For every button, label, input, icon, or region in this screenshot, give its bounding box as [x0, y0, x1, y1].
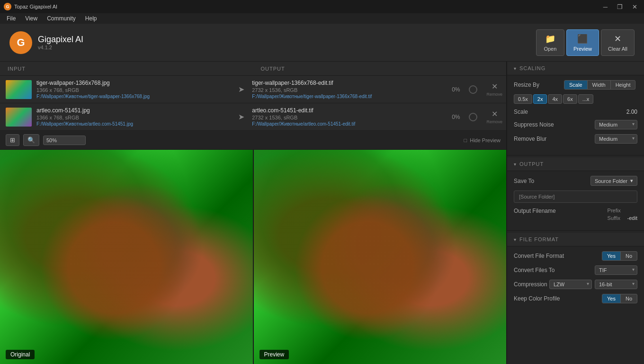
resize-width-btn[interactable]: Width: [587, 81, 610, 89]
output-column-header: OUTPUT: [253, 66, 507, 72]
remove-label: Remove: [487, 92, 503, 97]
prefix-row: Prefix: [608, 208, 637, 213]
file-format-label: FILE FORMAT: [519, 237, 559, 242]
logo-text: Gigapixel AI v4.1.2: [38, 35, 83, 50]
remove-file-button[interactable]: ✕ Remove: [483, 80, 507, 99]
arrow-separator: ➤: [236, 85, 246, 94]
butterfly-detail: [0, 150, 253, 364]
input-file-path: F:/Wallpaper/Животные/tiger-wallpaper-13…: [36, 94, 231, 99]
title-bar-controls: ─ ❐ ✕: [600, 2, 640, 11]
scale-custom-btn[interactable]: ...x: [578, 94, 594, 104]
preview-pane: Preview: [254, 150, 507, 364]
menu-view[interactable]: View: [20, 14, 42, 23]
output-section-header[interactable]: ▾ OUTPUT: [507, 157, 644, 171]
preview-label: Preview: [573, 46, 592, 52]
output-section-content: Save To Source Folder ▾ [Source Folder] …: [507, 171, 644, 228]
left-panel: INPUT OUTPUT tiger-wallpaper-1366x768.jp…: [0, 62, 507, 364]
open-icon: 📁: [545, 34, 555, 44]
scale-options-group: 0.5x 2x 4x 6x ...x: [514, 94, 593, 104]
app-logo-icon: G: [9, 31, 32, 54]
table-row[interactable]: tiger-wallpaper-1366x768.jpg 1366 x 768,…: [0, 76, 506, 103]
file-format-chevron: ▾: [514, 237, 517, 242]
suppress-noise-select[interactable]: Low Medium High: [595, 120, 637, 129]
title-bar: G Topaz Gigapixel AI ─ ❐ ✕: [0, 0, 644, 13]
hide-preview-toggle[interactable]: □ Hide Preview: [464, 137, 501, 143]
resize-scale-btn[interactable]: Scale: [564, 81, 587, 89]
prefix-label: Prefix: [608, 208, 625, 213]
convert-yes-btn[interactable]: Yes: [602, 252, 620, 260]
chevron-down-icon: ▾: [630, 178, 633, 184]
scale-value: 2.00: [626, 109, 637, 115]
remove-blur-wrapper: Low Medium High: [595, 134, 637, 144]
scale-4x-btn[interactable]: 4x: [548, 94, 562, 104]
keep-color-no-btn[interactable]: No: [620, 294, 637, 303]
scale-value-label: Scale: [514, 109, 626, 115]
open-label: Open: [544, 46, 556, 52]
close-button[interactable]: ✕: [629, 2, 640, 11]
suppress-noise-label: Suppress Noise: [514, 121, 595, 128]
scaling-section-header[interactable]: ▾ SCALING: [507, 62, 644, 75]
table-row[interactable]: artleo.com-51451.jpg 1366 x 768, sRGB F:…: [0, 103, 506, 131]
convert-file-format-label: Convert File Format: [514, 253, 599, 259]
scale-value-row: Scale 2.00: [514, 109, 637, 115]
maximize-button[interactable]: ❐: [614, 2, 626, 11]
suppress-noise-wrapper: Low Medium High: [595, 120, 637, 129]
remove-label: Remove: [487, 119, 503, 124]
bit-depth-select[interactable]: 8-bit 16-bit: [595, 280, 637, 289]
resize-by-group: Scale Width Height: [564, 80, 635, 90]
save-to-dropdown[interactable]: Source Folder ▾: [590, 176, 637, 186]
scaling-section-content: Resize By Scale Width Height 0.5x 2x 4x …: [507, 75, 644, 153]
file-list: tiger-wallpaper-1366x768.jpg 1366 x 768,…: [0, 76, 506, 131]
output-file-name: artleo.com-51451-edit.tif: [252, 107, 447, 114]
compression-type-select[interactable]: None LZW ZIP: [549, 280, 592, 289]
suffix-label: Suffix: [608, 215, 625, 221]
progress-circle: [469, 85, 477, 94]
file-list-header: INPUT OUTPUT: [0, 62, 506, 76]
file-thumbnail: [6, 80, 32, 99]
preview-label: Preview: [259, 350, 289, 359]
source-folder-box: [Source Folder]: [514, 191, 637, 203]
fit-view-button[interactable]: ⊞: [6, 134, 19, 146]
convert-to-select[interactable]: JPG TIF PNG: [595, 265, 637, 275]
keep-color-yes-btn[interactable]: Yes: [602, 294, 620, 303]
zoom-button[interactable]: 🔍: [23, 134, 39, 146]
keep-color-profile-label: Keep Color Profile: [514, 295, 602, 302]
scale-2x-btn[interactable]: 2x: [533, 94, 547, 104]
preview-images-area: Original Preview: [0, 150, 506, 364]
keep-color-profile-row: Keep Color Profile Yes No: [514, 294, 637, 303]
remove-file-button[interactable]: ✕ Remove: [483, 108, 507, 126]
toolbar-buttons: 📁 Open ⬛ Preview ✕ Clear All: [536, 29, 635, 56]
file-format-section-content: Convert File Format Yes No Convert Files…: [507, 246, 644, 313]
keep-color-toggle: Yes No: [602, 294, 637, 303]
output-file-path: F:/Wallpaper/Животные/tiger-wallpaper-13…: [252, 94, 447, 99]
preview-button[interactable]: ⬛ Preview: [566, 29, 599, 56]
open-button[interactable]: 📁 Open: [536, 29, 564, 56]
output-percent: 0%: [452, 86, 460, 93]
file-input-info: tiger-wallpaper-1366x768.jpg 1366 x 768,…: [0, 80, 236, 99]
compression-dropdowns: None LZW ZIP 8-bit 16-bit: [549, 280, 637, 289]
filename-fields: Prefix Suffix -edit: [608, 208, 637, 221]
scale-options-row: 0.5x 2x 4x 6x ...x: [514, 94, 637, 104]
file-format-section-header[interactable]: ▾ FILE FORMAT: [507, 233, 644, 246]
scale-6x-btn[interactable]: 6x: [563, 94, 577, 104]
clear-icon: ✕: [614, 34, 621, 44]
right-panel: ▾ SCALING Resize By Scale Width Height 0…: [507, 62, 644, 364]
resize-height-btn[interactable]: Height: [610, 81, 635, 89]
compression-label: Compression: [514, 281, 549, 288]
input-file-info: tiger-wallpaper-1366x768.jpg 1366 x 768,…: [36, 80, 231, 99]
menu-file[interactable]: File: [2, 14, 20, 23]
convert-to-row: Convert Files To JPG TIF PNG: [514, 265, 637, 275]
zoom-select[interactable]: 25% 50% 75% 100%: [43, 136, 86, 145]
hide-preview-icon: □: [464, 137, 467, 143]
convert-no-btn[interactable]: No: [620, 252, 637, 260]
scale-0-5x-btn[interactable]: 0.5x: [514, 94, 532, 104]
clear-all-button[interactable]: ✕ Clear All: [601, 29, 635, 56]
remove-blur-select[interactable]: Low Medium High: [595, 134, 637, 144]
menu-help[interactable]: Help: [80, 14, 102, 23]
file-output-info: tiger-wallpaper-1366x768-edit.tif 2732 x…: [246, 80, 483, 99]
menu-community[interactable]: Community: [42, 14, 80, 23]
output-file-info: artleo.com-51451-edit.tif 2732 x 1536, s…: [252, 107, 447, 127]
input-file-name: artleo.com-51451.jpg: [36, 107, 231, 114]
output-file-name: tiger-wallpaper-1366x768-edit.tif: [252, 80, 447, 86]
minimize-button[interactable]: ─: [600, 2, 610, 11]
